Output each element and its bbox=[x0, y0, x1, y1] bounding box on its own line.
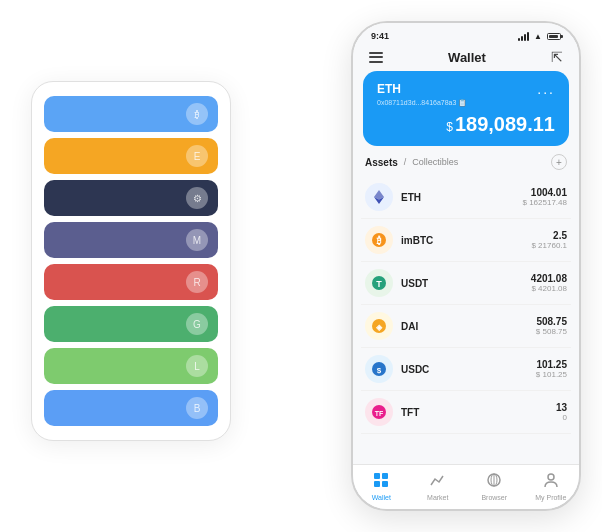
bottom-tab-label: Browser bbox=[481, 494, 507, 501]
asset-amount: 101.25$ 101.25 bbox=[536, 359, 567, 379]
add-asset-button[interactable]: + bbox=[551, 154, 567, 170]
asset-amount-usd: 0 bbox=[556, 413, 567, 422]
eth-card-address: 0x08711d3d...8416a78a3 📋 bbox=[377, 99, 555, 107]
asset-symbol: USDT bbox=[401, 278, 531, 289]
asset-amount-usd: $ 508.75 bbox=[536, 327, 567, 336]
svg-rect-14 bbox=[374, 481, 380, 487]
asset-row[interactable]: ETH1004.01$ 162517.48 bbox=[361, 176, 571, 219]
card-dot: B bbox=[186, 397, 208, 419]
bottom-tab-label: Wallet bbox=[372, 494, 391, 501]
collectibles-tab[interactable]: Collectibles bbox=[412, 157, 458, 167]
card-item[interactable]: G bbox=[44, 306, 218, 342]
assets-tab[interactable]: Assets bbox=[365, 157, 398, 168]
eth-card-title: ETH bbox=[377, 82, 401, 96]
card-dot: M bbox=[186, 229, 208, 251]
asset-row[interactable]: $USDC101.25$ 101.25 bbox=[361, 348, 571, 391]
card-item[interactable]: R bbox=[44, 264, 218, 300]
card-item[interactable]: E bbox=[44, 138, 218, 174]
card-item[interactable]: M bbox=[44, 222, 218, 258]
asset-amount-main: 508.75 bbox=[536, 316, 567, 327]
card-item[interactable]: L bbox=[44, 348, 218, 384]
card-dot: ⚙ bbox=[186, 187, 208, 209]
asset-symbol: TFT bbox=[401, 407, 556, 418]
svg-rect-15 bbox=[382, 481, 388, 487]
signal-icon bbox=[518, 32, 529, 41]
asset-amount-usd: $ 162517.48 bbox=[523, 198, 568, 207]
asset-amount-main: 13 bbox=[556, 402, 567, 413]
nav-bar: Wallet ⇱ bbox=[353, 45, 579, 71]
bottom-tab-my-profile[interactable]: My Profile bbox=[523, 471, 580, 501]
card-item[interactable]: ⚙ bbox=[44, 180, 218, 216]
menu-icon[interactable] bbox=[369, 52, 383, 63]
eth-card-more[interactable]: ... bbox=[537, 81, 555, 97]
card-dot: L bbox=[186, 355, 208, 377]
asset-symbol: DAI bbox=[401, 321, 536, 332]
page-title: Wallet bbox=[448, 50, 486, 65]
card-dot: R bbox=[186, 271, 208, 293]
asset-amount: 1004.01$ 162517.48 bbox=[523, 187, 568, 207]
asset-row[interactable]: TUSDT4201.08$ 4201.08 bbox=[361, 262, 571, 305]
card-dot: ₿ bbox=[186, 103, 208, 125]
phone-mockup: 9:41 ▲ bbox=[351, 21, 581, 511]
bottom-tab-icon bbox=[429, 471, 447, 492]
eth-card-balance: $189,089.11 bbox=[377, 113, 555, 136]
status-time: 9:41 bbox=[371, 31, 389, 41]
main-scene: ₿E⚙MRGLB 9:41 ▲ bbox=[21, 21, 581, 511]
asset-amount: 4201.08$ 4201.08 bbox=[531, 273, 567, 293]
bottom-bar: WalletMarketBrowserMy Profile bbox=[353, 464, 579, 509]
svg-rect-12 bbox=[374, 473, 380, 479]
svg-text:T: T bbox=[376, 279, 382, 289]
expand-icon[interactable]: ⇱ bbox=[551, 49, 563, 65]
asset-icon: ◈ bbox=[365, 312, 393, 340]
asset-row[interactable]: ◈DAI508.75$ 508.75 bbox=[361, 305, 571, 348]
card-dot: E bbox=[186, 145, 208, 167]
asset-symbol: ETH bbox=[401, 192, 523, 203]
bottom-tab-icon bbox=[372, 471, 390, 492]
status-icons: ▲ bbox=[518, 32, 561, 41]
balance-symbol: $ bbox=[446, 120, 453, 134]
svg-point-19 bbox=[548, 474, 554, 480]
bottom-tab-icon bbox=[542, 471, 560, 492]
bottom-tab-browser[interactable]: Browser bbox=[466, 471, 523, 501]
svg-text:TF: TF bbox=[375, 410, 384, 417]
battery-icon bbox=[547, 33, 561, 40]
svg-text:$: $ bbox=[377, 366, 382, 375]
asset-amount-main: 1004.01 bbox=[523, 187, 568, 198]
wifi-icon: ▲ bbox=[534, 32, 542, 41]
eth-card[interactable]: ETH ... 0x08711d3d...8416a78a3 📋 $189,08… bbox=[363, 71, 569, 146]
asset-icon: T bbox=[365, 269, 393, 297]
bottom-tab-wallet[interactable]: Wallet bbox=[353, 471, 410, 501]
card-dot: G bbox=[186, 313, 208, 335]
asset-amount: 508.75$ 508.75 bbox=[536, 316, 567, 336]
balance-value: 189,089.11 bbox=[455, 113, 555, 135]
asset-amount-usd: $ 4201.08 bbox=[531, 284, 567, 293]
asset-amount-main: 101.25 bbox=[536, 359, 567, 370]
bottom-tab-label: My Profile bbox=[535, 494, 566, 501]
card-item[interactable]: B bbox=[44, 390, 218, 426]
asset-icon: ₿ bbox=[365, 226, 393, 254]
asset-amount: 130 bbox=[556, 402, 567, 422]
assets-divider: / bbox=[404, 157, 407, 167]
asset-symbol: USDC bbox=[401, 364, 536, 375]
asset-icon: TF bbox=[365, 398, 393, 426]
asset-amount-usd: $ 21760.1 bbox=[531, 241, 567, 250]
card-stack: ₿E⚙MRGLB bbox=[31, 81, 231, 441]
bottom-tab-icon bbox=[485, 471, 503, 492]
asset-icon bbox=[365, 183, 393, 211]
asset-amount: 2.5$ 21760.1 bbox=[531, 230, 567, 250]
asset-row[interactable]: TFTFT130 bbox=[361, 391, 571, 434]
status-bar: 9:41 ▲ bbox=[353, 23, 579, 45]
asset-amount-main: 4201.08 bbox=[531, 273, 567, 284]
asset-list: ETH1004.01$ 162517.48₿imBTC2.5$ 21760.1T… bbox=[353, 176, 579, 464]
card-item[interactable]: ₿ bbox=[44, 96, 218, 132]
asset-row[interactable]: ₿imBTC2.5$ 21760.1 bbox=[361, 219, 571, 262]
asset-icon: $ bbox=[365, 355, 393, 383]
svg-text:◈: ◈ bbox=[375, 323, 383, 332]
asset-amount-usd: $ 101.25 bbox=[536, 370, 567, 379]
bottom-tab-label: Market bbox=[427, 494, 448, 501]
bottom-tab-market[interactable]: Market bbox=[410, 471, 467, 501]
assets-header: Assets / Collectibles + bbox=[353, 154, 579, 176]
asset-amount-main: 2.5 bbox=[531, 230, 567, 241]
svg-rect-13 bbox=[382, 473, 388, 479]
asset-symbol: imBTC bbox=[401, 235, 531, 246]
